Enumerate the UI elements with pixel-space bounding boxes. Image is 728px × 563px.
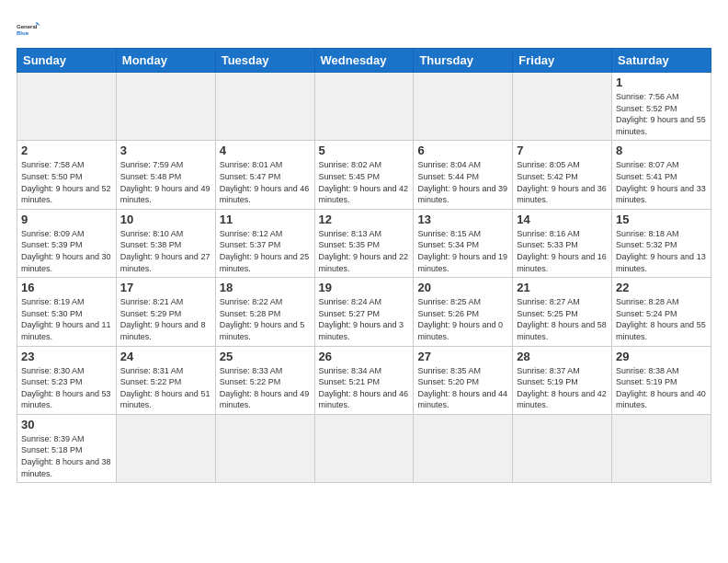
day-number: 16 <box>21 281 112 294</box>
header-friday: Friday <box>513 49 612 73</box>
table-row: 17Sunrise: 8:21 AM Sunset: 5:29 PM Dayli… <box>116 278 215 346</box>
day-number: 18 <box>220 281 311 294</box>
day-number: 12 <box>319 213 410 226</box>
table-row <box>414 73 513 141</box>
page: GeneralBlue Sunday Monday Tuesday Wednes… <box>0 0 728 563</box>
table-row <box>513 414 612 482</box>
day-number: 30 <box>21 418 112 431</box>
day-info: Sunrise: 7:59 AM Sunset: 5:48 PM Dayligh… <box>120 159 211 205</box>
table-row: 23Sunrise: 8:30 AM Sunset: 5:23 PM Dayli… <box>17 346 117 414</box>
table-row: 6Sunrise: 8:04 AM Sunset: 5:44 PM Daylig… <box>414 141 513 209</box>
calendar-row: 30Sunrise: 8:39 AM Sunset: 5:18 PM Dayli… <box>17 414 711 482</box>
calendar-row: 2Sunrise: 7:58 AM Sunset: 5:50 PM Daylig… <box>17 141 711 209</box>
calendar: Sunday Monday Tuesday Wednesday Thursday… <box>17 48 711 483</box>
day-info: Sunrise: 8:34 AM Sunset: 5:21 PM Dayligh… <box>319 365 410 411</box>
table-row <box>314 414 414 482</box>
table-row: 24Sunrise: 8:31 AM Sunset: 5:22 PM Dayli… <box>116 346 215 414</box>
header-thursday: Thursday <box>414 49 513 73</box>
table-row: 13Sunrise: 8:15 AM Sunset: 5:34 PM Dayli… <box>414 209 513 277</box>
day-number: 23 <box>21 350 112 363</box>
day-number: 14 <box>517 213 608 226</box>
day-number: 25 <box>220 350 311 363</box>
table-row: 15Sunrise: 8:18 AM Sunset: 5:32 PM Dayli… <box>612 209 711 277</box>
day-number: 24 <box>120 350 211 363</box>
header-wednesday: Wednesday <box>314 49 414 73</box>
logo-icon: GeneralBlue <box>17 17 42 42</box>
day-info: Sunrise: 8:18 AM Sunset: 5:32 PM Dayligh… <box>616 228 707 274</box>
day-number: 11 <box>220 213 311 226</box>
day-number: 4 <box>220 144 311 157</box>
day-info: Sunrise: 8:09 AM Sunset: 5:39 PM Dayligh… <box>21 228 112 274</box>
day-info: Sunrise: 8:28 AM Sunset: 5:24 PM Dayligh… <box>616 296 707 342</box>
header-sunday: Sunday <box>17 49 117 73</box>
table-row <box>116 414 215 482</box>
day-number: 29 <box>616 350 707 363</box>
day-number: 13 <box>417 213 508 226</box>
day-number: 10 <box>120 213 211 226</box>
header-tuesday: Tuesday <box>215 49 314 73</box>
table-row: 14Sunrise: 8:16 AM Sunset: 5:33 PM Dayli… <box>513 209 612 277</box>
day-number: 22 <box>616 281 707 294</box>
header-saturday: Saturday <box>612 49 711 73</box>
calendar-row: 9Sunrise: 8:09 AM Sunset: 5:39 PM Daylig… <box>17 209 711 277</box>
table-row: 5Sunrise: 8:02 AM Sunset: 5:45 PM Daylig… <box>314 141 414 209</box>
day-info: Sunrise: 8:01 AM Sunset: 5:47 PM Dayligh… <box>220 159 311 205</box>
day-info: Sunrise: 8:04 AM Sunset: 5:44 PM Dayligh… <box>417 159 508 205</box>
table-row: 16Sunrise: 8:19 AM Sunset: 5:30 PM Dayli… <box>17 278 117 346</box>
table-row: 28Sunrise: 8:37 AM Sunset: 5:19 PM Dayli… <box>513 346 612 414</box>
day-number: 5 <box>319 144 410 157</box>
day-info: Sunrise: 8:21 AM Sunset: 5:29 PM Dayligh… <box>120 296 211 342</box>
table-row: 2Sunrise: 7:58 AM Sunset: 5:50 PM Daylig… <box>17 141 117 209</box>
day-info: Sunrise: 8:05 AM Sunset: 5:42 PM Dayligh… <box>517 159 608 205</box>
table-row <box>215 414 314 482</box>
day-info: Sunrise: 8:37 AM Sunset: 5:19 PM Dayligh… <box>517 365 608 411</box>
day-info: Sunrise: 8:13 AM Sunset: 5:35 PM Dayligh… <box>319 228 410 274</box>
day-number: 26 <box>319 350 410 363</box>
day-info: Sunrise: 8:16 AM Sunset: 5:33 PM Dayligh… <box>517 228 608 274</box>
table-row: 20Sunrise: 8:25 AM Sunset: 5:26 PM Dayli… <box>414 278 513 346</box>
calendar-row: 23Sunrise: 8:30 AM Sunset: 5:23 PM Dayli… <box>17 346 711 414</box>
table-row: 4Sunrise: 8:01 AM Sunset: 5:47 PM Daylig… <box>215 141 314 209</box>
table-row: 8Sunrise: 8:07 AM Sunset: 5:41 PM Daylig… <box>612 141 711 209</box>
day-info: Sunrise: 8:39 AM Sunset: 5:18 PM Dayligh… <box>21 433 112 479</box>
table-row <box>17 73 117 141</box>
table-row: 21Sunrise: 8:27 AM Sunset: 5:25 PM Dayli… <box>513 278 612 346</box>
day-number: 8 <box>616 144 707 157</box>
day-info: Sunrise: 7:58 AM Sunset: 5:50 PM Dayligh… <box>21 159 112 205</box>
table-row: 19Sunrise: 8:24 AM Sunset: 5:27 PM Dayli… <box>314 278 414 346</box>
day-number: 1 <box>616 75 707 89</box>
day-info: Sunrise: 7:56 AM Sunset: 5:52 PM Dayligh… <box>616 91 707 137</box>
table-row <box>414 414 513 482</box>
day-number: 3 <box>120 144 211 157</box>
day-info: Sunrise: 8:02 AM Sunset: 5:45 PM Dayligh… <box>319 159 410 205</box>
day-number: 7 <box>517 144 608 157</box>
table-row: 18Sunrise: 8:22 AM Sunset: 5:28 PM Dayli… <box>215 278 314 346</box>
day-number: 9 <box>21 213 112 226</box>
table-row: 9Sunrise: 8:09 AM Sunset: 5:39 PM Daylig… <box>17 209 117 277</box>
day-info: Sunrise: 8:31 AM Sunset: 5:22 PM Dayligh… <box>120 365 211 411</box>
day-info: Sunrise: 8:10 AM Sunset: 5:38 PM Dayligh… <box>120 228 211 274</box>
table-row: 26Sunrise: 8:34 AM Sunset: 5:21 PM Dayli… <box>314 346 414 414</box>
day-number: 17 <box>120 281 211 294</box>
header-monday: Monday <box>116 49 215 73</box>
day-info: Sunrise: 8:12 AM Sunset: 5:37 PM Dayligh… <box>220 228 311 274</box>
table-row <box>215 73 314 141</box>
table-row: 27Sunrise: 8:35 AM Sunset: 5:20 PM Dayli… <box>414 346 513 414</box>
table-row: 3Sunrise: 7:59 AM Sunset: 5:48 PM Daylig… <box>116 141 215 209</box>
day-number: 19 <box>319 281 410 294</box>
header: GeneralBlue <box>17 17 711 42</box>
day-number: 28 <box>517 350 608 363</box>
table-row <box>116 73 215 141</box>
day-number: 21 <box>517 281 608 294</box>
table-row: 7Sunrise: 8:05 AM Sunset: 5:42 PM Daylig… <box>513 141 612 209</box>
day-info: Sunrise: 8:33 AM Sunset: 5:22 PM Dayligh… <box>220 365 311 411</box>
table-row: 25Sunrise: 8:33 AM Sunset: 5:22 PM Dayli… <box>215 346 314 414</box>
table-row <box>612 414 711 482</box>
table-row: 30Sunrise: 8:39 AM Sunset: 5:18 PM Dayli… <box>17 414 117 482</box>
day-number: 20 <box>417 281 508 294</box>
svg-text:Blue: Blue <box>17 30 29 36</box>
logo: GeneralBlue <box>17 17 42 42</box>
table-row <box>513 73 612 141</box>
day-info: Sunrise: 8:19 AM Sunset: 5:30 PM Dayligh… <box>21 296 112 342</box>
table-row <box>314 73 414 141</box>
